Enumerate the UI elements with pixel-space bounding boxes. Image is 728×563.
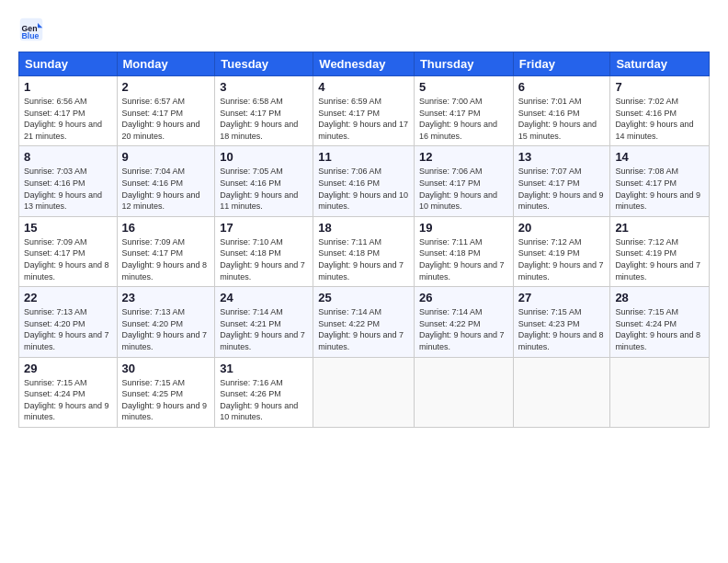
day-info: Sunrise: 7:08 AMSunset: 4:17 PMDaylight:… — [615, 167, 700, 211]
week-row-2: 8 Sunrise: 7:03 AMSunset: 4:16 PMDayligh… — [19, 146, 710, 216]
weekday-header-tuesday: Tuesday — [215, 52, 313, 76]
day-info: Sunrise: 7:01 AMSunset: 4:16 PMDaylight:… — [518, 97, 597, 141]
weekday-header-wednesday: Wednesday — [313, 52, 415, 76]
weekday-header-friday: Friday — [513, 52, 610, 76]
weekday-header-monday: Monday — [117, 52, 215, 76]
calendar-cell: 15 Sunrise: 7:09 AMSunset: 4:17 PMDaylig… — [19, 216, 118, 286]
calendar-cell — [610, 357, 710, 427]
weekday-header-row: SundayMondayTuesdayWednesdayThursdayFrid… — [19, 52, 710, 76]
day-number: 31 — [220, 362, 308, 375]
day-info: Sunrise: 7:05 AMSunset: 4:16 PMDaylight:… — [220, 167, 298, 211]
day-info: Sunrise: 7:12 AMSunset: 4:19 PMDaylight:… — [518, 237, 604, 282]
calendar-cell: 7 Sunrise: 7:02 AMSunset: 4:16 PMDayligh… — [610, 76, 710, 146]
day-info: Sunrise: 7:14 AMSunset: 4:22 PMDaylight:… — [419, 307, 505, 351]
calendar-cell: 29 Sunrise: 7:15 AMSunset: 4:24 PMDaylig… — [19, 357, 118, 427]
calendar-cell: 25 Sunrise: 7:14 AMSunset: 4:22 PMDaylig… — [313, 287, 415, 357]
day-number: 30 — [122, 362, 210, 375]
day-info: Sunrise: 7:11 AMSunset: 4:18 PMDaylight:… — [318, 237, 404, 282]
calendar-cell: 19 Sunrise: 7:11 AMSunset: 4:18 PMDaylig… — [414, 216, 513, 286]
day-number: 2 — [122, 80, 210, 94]
day-info: Sunrise: 7:06 AMSunset: 4:16 PMDaylight:… — [318, 167, 408, 211]
day-number: 28 — [615, 291, 704, 304]
calendar-cell: 11 Sunrise: 7:06 AMSunset: 4:16 PMDaylig… — [313, 146, 415, 216]
day-number: 1 — [24, 80, 112, 94]
day-number: 21 — [615, 221, 704, 235]
day-number: 18 — [318, 221, 409, 235]
week-row-3: 15 Sunrise: 7:09 AMSunset: 4:17 PMDaylig… — [19, 216, 710, 286]
calendar-cell: 31 Sunrise: 7:16 AMSunset: 4:26 PMDaylig… — [215, 357, 313, 427]
calendar-cell: 10 Sunrise: 7:05 AMSunset: 4:16 PMDaylig… — [215, 146, 313, 216]
day-info: Sunrise: 7:06 AMSunset: 4:17 PMDaylight:… — [419, 167, 497, 211]
calendar-cell: 28 Sunrise: 7:15 AMSunset: 4:24 PMDaylig… — [610, 287, 710, 357]
day-info: Sunrise: 7:02 AMSunset: 4:16 PMDaylight:… — [615, 97, 693, 141]
day-info: Sunrise: 7:15 AMSunset: 4:23 PMDaylight:… — [518, 307, 604, 351]
calendar-cell: 16 Sunrise: 7:09 AMSunset: 4:17 PMDaylig… — [117, 216, 215, 286]
day-info: Sunrise: 7:04 AMSunset: 4:16 PMDaylight:… — [122, 167, 200, 211]
day-info: Sunrise: 7:15 AMSunset: 4:24 PMDaylight:… — [24, 378, 109, 422]
week-row-4: 22 Sunrise: 7:13 AMSunset: 4:20 PMDaylig… — [19, 287, 710, 357]
day-number: 25 — [318, 291, 409, 304]
day-info: Sunrise: 7:13 AMSunset: 4:20 PMDaylight:… — [122, 307, 208, 351]
calendar-cell: 14 Sunrise: 7:08 AMSunset: 4:17 PMDaylig… — [610, 146, 710, 216]
calendar-cell: 20 Sunrise: 7:12 AMSunset: 4:19 PMDaylig… — [513, 216, 610, 286]
calendar-cell: 8 Sunrise: 7:03 AMSunset: 4:16 PMDayligh… — [19, 146, 118, 216]
calendar-cell: 4 Sunrise: 6:59 AMSunset: 4:17 PMDayligh… — [313, 76, 415, 146]
day-number: 3 — [220, 80, 308, 94]
calendar-cell: 17 Sunrise: 7:10 AMSunset: 4:18 PMDaylig… — [215, 216, 313, 286]
weekday-header-saturday: Saturday — [610, 52, 710, 76]
day-info: Sunrise: 6:58 AMSunset: 4:17 PMDaylight:… — [220, 97, 298, 141]
day-number: 22 — [24, 291, 112, 304]
day-info: Sunrise: 7:15 AMSunset: 4:25 PMDaylight:… — [122, 378, 208, 422]
day-info: Sunrise: 7:15 AMSunset: 4:24 PMDaylight:… — [615, 307, 700, 351]
calendar-cell: 2 Sunrise: 6:57 AMSunset: 4:17 PMDayligh… — [117, 76, 215, 146]
calendar-table: SundayMondayTuesdayWednesdayThursdayFrid… — [18, 52, 710, 428]
day-number: 12 — [419, 150, 508, 164]
day-number: 16 — [122, 221, 210, 235]
page-container: Gen Blue SundayMondayTuesdayWednesdayThu… — [0, 0, 728, 437]
day-number: 14 — [615, 150, 704, 164]
day-info: Sunrise: 6:57 AMSunset: 4:17 PMDaylight:… — [122, 97, 200, 141]
header: Gen Blue — [18, 17, 710, 42]
day-number: 24 — [220, 291, 308, 304]
day-info: Sunrise: 7:16 AMSunset: 4:26 PMDaylight:… — [220, 378, 298, 422]
calendar-cell: 18 Sunrise: 7:11 AMSunset: 4:18 PMDaylig… — [313, 216, 415, 286]
day-info: Sunrise: 7:14 AMSunset: 4:22 PMDaylight:… — [318, 307, 404, 351]
day-info: Sunrise: 7:13 AMSunset: 4:20 PMDaylight:… — [24, 307, 109, 351]
calendar-cell: 5 Sunrise: 7:00 AMSunset: 4:17 PMDayligh… — [414, 76, 513, 146]
day-info: Sunrise: 7:10 AMSunset: 4:18 PMDaylight:… — [220, 237, 305, 282]
day-number: 13 — [518, 150, 606, 164]
day-info: Sunrise: 7:12 AMSunset: 4:19 PMDaylight:… — [615, 237, 700, 282]
week-row-5: 29 Sunrise: 7:15 AMSunset: 4:24 PMDaylig… — [19, 357, 710, 427]
calendar-cell: 26 Sunrise: 7:14 AMSunset: 4:22 PMDaylig… — [414, 287, 513, 357]
day-number: 19 — [419, 221, 508, 235]
calendar-cell: 30 Sunrise: 7:15 AMSunset: 4:25 PMDaylig… — [117, 357, 215, 427]
calendar-cell: 3 Sunrise: 6:58 AMSunset: 4:17 PMDayligh… — [215, 76, 313, 146]
calendar-cell: 12 Sunrise: 7:06 AMSunset: 4:17 PMDaylig… — [414, 146, 513, 216]
day-number: 4 — [318, 80, 409, 94]
day-info: Sunrise: 7:00 AMSunset: 4:17 PMDaylight:… — [419, 97, 497, 141]
logo-icon: Gen Blue — [18, 17, 44, 42]
calendar-cell: 24 Sunrise: 7:14 AMSunset: 4:21 PMDaylig… — [215, 287, 313, 357]
day-number: 9 — [122, 150, 210, 164]
logo: Gen Blue — [18, 17, 48, 42]
day-info: Sunrise: 7:07 AMSunset: 4:17 PMDaylight:… — [518, 167, 604, 211]
day-number: 6 — [518, 80, 606, 94]
week-row-1: 1 Sunrise: 6:56 AMSunset: 4:17 PMDayligh… — [19, 76, 710, 146]
day-info: Sunrise: 6:59 AMSunset: 4:17 PMDaylight:… — [318, 97, 408, 141]
day-number: 27 — [518, 291, 606, 304]
day-number: 5 — [419, 80, 508, 94]
calendar-cell: 27 Sunrise: 7:15 AMSunset: 4:23 PMDaylig… — [513, 287, 610, 357]
calendar-cell: 21 Sunrise: 7:12 AMSunset: 4:19 PMDaylig… — [610, 216, 710, 286]
day-number: 29 — [24, 362, 112, 375]
day-info: Sunrise: 7:14 AMSunset: 4:21 PMDaylight:… — [220, 307, 305, 351]
day-info: Sunrise: 7:09 AMSunset: 4:17 PMDaylight:… — [122, 237, 208, 282]
day-number: 8 — [24, 150, 112, 164]
day-number: 11 — [318, 150, 409, 164]
calendar-cell: 13 Sunrise: 7:07 AMSunset: 4:17 PMDaylig… — [513, 146, 610, 216]
day-number: 26 — [419, 291, 508, 304]
day-number: 15 — [24, 221, 112, 235]
calendar-cell — [513, 357, 610, 427]
calendar-cell: 9 Sunrise: 7:04 AMSunset: 4:16 PMDayligh… — [117, 146, 215, 216]
day-number: 7 — [615, 80, 704, 94]
weekday-header-sunday: Sunday — [19, 52, 118, 76]
